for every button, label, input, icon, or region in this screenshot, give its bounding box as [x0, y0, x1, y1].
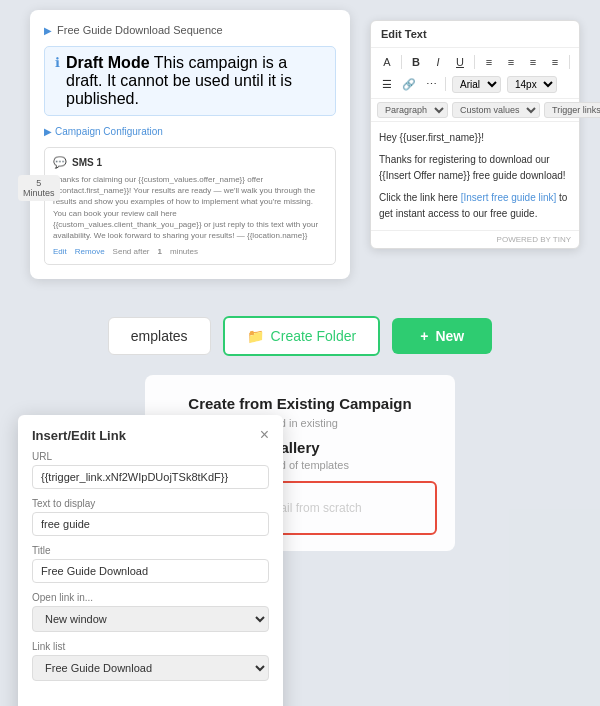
align-right-btn[interactable]: ≡	[523, 52, 543, 72]
plus-icon: +	[420, 328, 428, 344]
create-folder-button[interactable]: 📁 Create Folder	[223, 316, 381, 356]
toolbar-row2: Paragraph Custom values Trigger links	[371, 99, 579, 122]
open-select[interactable]: New window Same window	[32, 606, 269, 632]
modal-link-header: Insert/Edit Link ×	[18, 415, 283, 451]
folder-icon: 📁	[247, 328, 264, 344]
title-group: Title	[32, 545, 269, 583]
draft-box: ℹ Draft Mode This campaign is a draft. I…	[44, 46, 336, 116]
separator4	[445, 77, 446, 91]
templates-label: emplates	[131, 328, 188, 344]
draft-text: Draft Mode This campaign is a draft. It …	[66, 54, 325, 108]
more-btn[interactable]: ⋯	[421, 74, 441, 94]
modal-link-body: URL Text to display Title Open link in..…	[18, 451, 283, 702]
justify-btn[interactable]: ≡	[545, 52, 565, 72]
separator3	[569, 55, 570, 69]
title-input[interactable]	[32, 559, 269, 583]
campaign-editor-panel: ▶ Free Guide Ddownload Sequence ℹ Draft …	[30, 10, 350, 279]
new-label: New	[435, 328, 464, 344]
sms-footer: Edit Remove Send after 1 minutes	[53, 247, 327, 256]
edit-text-panel: Edit Text A B I U ≡ ≡ ≡ ≡ ☰ 🔗 ⋯ Arial 14…	[370, 20, 580, 249]
new-button[interactable]: + New	[392, 318, 492, 354]
open-group: Open link in... New window Same window	[32, 592, 269, 632]
minutes-badge: 5 Minutes	[18, 175, 60, 201]
info-icon: ℹ	[55, 55, 60, 70]
modal-actions: Cancel Save	[18, 702, 283, 706]
sms-body: Thanks for claiming our {{custom_values.…	[53, 174, 327, 241]
custom-values-select[interactable]: Custom values	[452, 102, 540, 118]
sms-header: 💬 SMS 1	[53, 156, 327, 169]
display-label: Text to display	[32, 498, 269, 509]
linklist-group: Link list Free Guide Download None	[32, 641, 269, 681]
separator	[401, 55, 402, 69]
campaign-title: ▶ Free Guide Ddownload Sequence	[44, 24, 336, 36]
editor-content: Hey {{user.first_name}}! Thanks for regi…	[371, 122, 579, 230]
italic-btn[interactable]: I	[428, 52, 448, 72]
editor-toolbar: A B I U ≡ ≡ ≡ ≡ ☰ 🔗 ⋯ Arial 14px	[371, 48, 579, 99]
editor-footer: POWERED BY TINY	[371, 230, 579, 248]
editor-line3: Click the link here [Insert free guide l…	[379, 190, 571, 222]
sms-icon: 💬	[53, 156, 67, 169]
underline-btn[interactable]: U	[450, 52, 470, 72]
bold-btn[interactable]: B	[406, 52, 426, 72]
display-group: Text to display	[32, 498, 269, 536]
display-input[interactable]	[32, 512, 269, 536]
open-label: Open link in...	[32, 592, 269, 603]
align-left-btn[interactable]: ≡	[479, 52, 499, 72]
sms-block: 💬 SMS 1 Thanks for claiming our {{custom…	[44, 147, 336, 265]
font-size-select[interactable]: 14px	[507, 76, 557, 93]
trigger-links-select[interactable]: Trigger links	[544, 102, 600, 118]
align-center-btn[interactable]: ≡	[501, 52, 521, 72]
arrow-icon: ▶	[44, 25, 52, 36]
action-bar: emplates 📁 Create Folder + New	[0, 316, 600, 356]
insert-edit-link-modal: Insert/Edit Link × URL Text to display T…	[18, 415, 283, 706]
separator2	[474, 55, 475, 69]
font-family-select[interactable]: Arial	[452, 76, 501, 93]
templates-button[interactable]: emplates	[108, 317, 211, 355]
remove-link[interactable]: Remove	[75, 247, 105, 256]
url-input[interactable]	[32, 465, 269, 489]
linklist-label: Link list	[32, 641, 269, 652]
edit-text-title: Edit Text	[371, 21, 579, 48]
modal-link-title: Insert/Edit Link	[32, 428, 126, 443]
editor-line2: Thanks for registering to download our {…	[379, 152, 571, 184]
modal-close-button[interactable]: ×	[260, 427, 269, 443]
config-link[interactable]: ▶ Campaign Configuration	[44, 126, 336, 137]
url-label: URL	[32, 451, 269, 462]
url-group: URL	[32, 451, 269, 489]
text-color-btn[interactable]: A	[377, 52, 397, 72]
modal-existing-title: Create from Existing Campaign	[163, 395, 437, 412]
chevron-icon: ▶	[44, 126, 52, 137]
list-btn[interactable]: ☰	[377, 74, 397, 94]
paragraph-select[interactable]: Paragraph	[377, 102, 448, 118]
title-label: Title	[32, 545, 269, 556]
linklist-select[interactable]: Free Guide Download None	[32, 655, 269, 681]
create-folder-label: Create Folder	[271, 328, 357, 344]
link-btn[interactable]: 🔗	[399, 74, 419, 94]
editor-line1: Hey {{user.first_name}}!	[379, 130, 571, 146]
edit-link[interactable]: Edit	[53, 247, 67, 256]
